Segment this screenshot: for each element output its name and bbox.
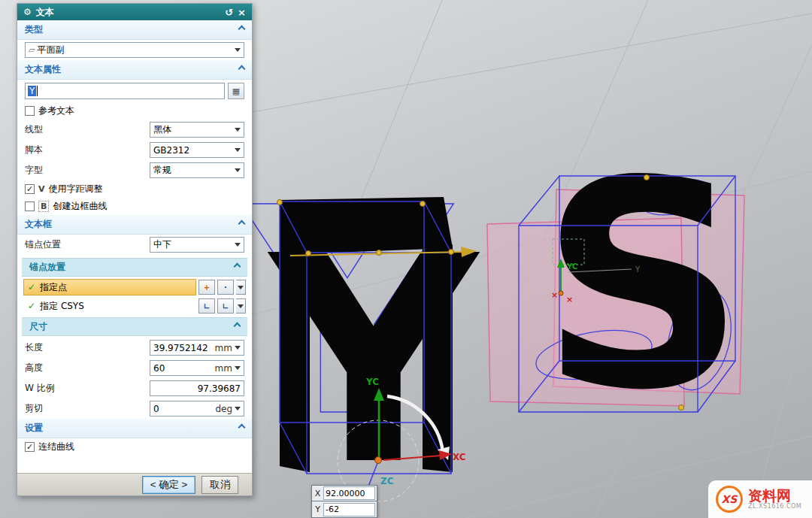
dialog-titlebar[interactable]: ⚙ 文本 ↺ × (17, 4, 252, 20)
point-options-button[interactable] (236, 280, 246, 295)
dropdown-arrow-icon (238, 304, 244, 308)
specify-csys-row[interactable]: ✓ 指定 CSYS (23, 298, 196, 314)
text-content-input[interactable]: Y (25, 83, 225, 99)
subsection-anchor-place-header[interactable]: 锚点放置 (22, 258, 247, 277)
height-unit: mm (215, 363, 232, 374)
planar-icon: ▱ (29, 45, 35, 55)
style-dropdown[interactable]: 常规 (150, 162, 244, 178)
script-dropdown[interactable]: GB2312 (150, 142, 244, 158)
dropdown-arrow-icon (238, 286, 244, 289)
border-curves-checkbox[interactable] (25, 201, 35, 211)
dialog-body: 类型 ▱ 平面副 文本属性 Y ▦ 参考文本 线型 (17, 20, 252, 473)
dropdown-arrow-icon[interactable] (235, 366, 241, 370)
wscale-label: W 比例 (25, 382, 55, 395)
reference-text-label: 参考文本 (38, 105, 74, 117)
font-value: 黑体 (153, 123, 232, 136)
wscale-value: 97.39687 (153, 383, 241, 394)
subsection-size-header[interactable]: 尺寸 (22, 317, 247, 336)
specify-point-row[interactable]: ✓ 指定点 (23, 279, 196, 295)
section-type-title: 类型 (25, 24, 43, 35)
dropdown-arrow-icon[interactable] (235, 243, 241, 247)
script-label: 脚本 (25, 144, 43, 156)
ok-button[interactable]: < 确定 > (142, 476, 196, 494)
watermark-url: ZL.XS1616.COM (748, 504, 801, 510)
watermark-name: 资料网 (748, 488, 801, 504)
shear-input[interactable]: 0 deg (150, 401, 244, 417)
coord-y-input[interactable]: -62 (323, 503, 375, 516)
size-title: 尺寸 (29, 321, 47, 332)
chevron-up-icon[interactable] (238, 26, 246, 33)
anchor-position-dropdown[interactable]: 中下 (150, 237, 244, 253)
length-label: 长度 (25, 341, 43, 354)
section-type-header[interactable]: 类型 (17, 20, 252, 40)
cancel-button[interactable]: 取消 (201, 476, 238, 494)
close-icon[interactable]: × (238, 8, 246, 17)
gear-icon[interactable]: ⚙ (23, 7, 32, 17)
section-textframe-header[interactable]: 文本框 (17, 215, 252, 235)
section-textprops-header[interactable]: 文本属性 (17, 60, 252, 80)
dropdown-arrow-icon[interactable] (235, 48, 241, 52)
csys-constructor-button[interactable]: ∟ (198, 298, 215, 314)
wscale-input[interactable]: 97.39687 (150, 380, 244, 396)
anchor-position-label: 锚点位置 (25, 238, 61, 251)
text-editor-button[interactable]: ▦ (228, 83, 244, 99)
kerning-label: 使用字距调整 (49, 183, 103, 195)
length-unit: mm (215, 343, 232, 353)
watermark: XS 资料网 ZL.XS1616.COM (708, 480, 812, 518)
chevron-up-icon[interactable] (238, 65, 246, 73)
shear-unit: deg (215, 404, 232, 414)
anchor-place-title: 锚点放置 (29, 262, 65, 272)
watermark-logo: XS (716, 486, 743, 513)
join-curves-checkbox[interactable]: ✓ (25, 442, 35, 452)
font-dropdown[interactable]: 黑体 (150, 122, 244, 138)
point-pick-icon: · (224, 283, 227, 292)
dropdown-arrow-icon[interactable] (235, 168, 241, 172)
dropdown-arrow-icon[interactable] (235, 128, 241, 132)
chevron-up-icon[interactable] (238, 424, 246, 432)
section-settings-header[interactable]: 设置 (17, 419, 252, 438)
height-input[interactable]: 60 mm (150, 360, 244, 376)
green-check-icon: ✓ (28, 301, 35, 311)
green-check-icon: ✓ (28, 282, 35, 292)
csys-dialog-button[interactable]: ∟ (217, 298, 234, 314)
csys-options-button[interactable] (236, 298, 246, 314)
kerning-icon: V (38, 184, 45, 194)
border-curves-label: 创建边框曲线 (53, 200, 107, 213)
kerning-checkbox[interactable]: ✓ (25, 184, 35, 194)
selection-grid-icon: ▦ (232, 86, 240, 96)
letter-y-solid-face[interactable]: Y (265, 195, 480, 518)
triad-yc-label: YC (566, 262, 577, 271)
csys-icon: ∟ (223, 302, 229, 310)
coord-x-row: X 92.00000 (311, 485, 377, 501)
chevron-up-icon[interactable] (238, 220, 246, 228)
text-dialog: ⚙ 文本 ↺ × 类型 ▱ 平面副 文本属性 Y ▦ (17, 3, 253, 496)
length-input[interactable]: 39.9752142 mm (150, 340, 244, 356)
type-dropdown[interactable]: ▱ 平面副 (25, 42, 244, 58)
chevron-up-icon[interactable] (234, 323, 241, 330)
section-settings-title: 设置 (25, 423, 43, 433)
type-value: 平面副 (37, 44, 232, 56)
axis-yc-label: YC (365, 377, 379, 387)
dropdown-arrow-icon[interactable] (235, 148, 241, 152)
x-marker-icon: × (551, 290, 558, 300)
selected-text: Y (28, 86, 36, 96)
chevron-up-icon[interactable] (234, 263, 241, 271)
height-label: 高度 (25, 362, 43, 374)
dialog-title: 文本 (36, 6, 54, 19)
height-value: 60 (153, 363, 213, 374)
axis-xc-label: XC (453, 452, 466, 462)
coord-x-input[interactable]: 92.00000 (323, 486, 375, 500)
letter-s-solid[interactable]: S (540, 120, 746, 453)
reference-text-checkbox[interactable] (25, 106, 35, 116)
anchor-position-value: 中下 (153, 238, 232, 251)
dialog-footer: < 确定 > 取消 (17, 473, 252, 495)
shear-label: 剪切 (25, 402, 43, 415)
point-constructor-button[interactable]: + (198, 280, 215, 295)
reset-icon[interactable]: ↺ (225, 8, 233, 17)
dropdown-arrow-icon[interactable] (235, 407, 241, 410)
coord-y-label: Y (312, 504, 323, 514)
dropdown-arrow-icon[interactable] (235, 346, 241, 350)
specify-point-label: 指定点 (40, 281, 67, 294)
script-value: GB2312 (153, 145, 232, 156)
point-dialog-button[interactable]: · (217, 280, 234, 295)
